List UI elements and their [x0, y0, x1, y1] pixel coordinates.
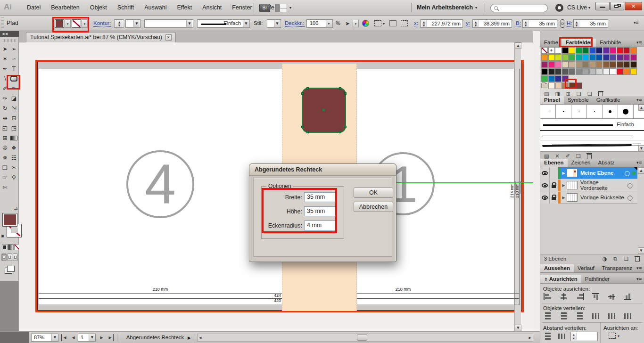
ok-button[interactable]: OK	[354, 188, 393, 198]
swatch[interactable]	[589, 47, 596, 54]
clipping-mask-icon[interactable]: ◑	[603, 256, 607, 262]
draw-normal-button[interactable]	[1, 253, 7, 261]
tab-verlauf[interactable]: Verlauf	[574, 264, 598, 272]
select-similar-dropdown2-icon[interactable]: ▾	[383, 22, 385, 26]
pen-tool[interactable]: ✒	[0, 64, 9, 74]
swatch[interactable]	[630, 47, 637, 54]
swatch[interactable]	[555, 54, 561, 61]
swatch[interactable]	[582, 54, 589, 61]
swatch[interactable]: ⌖	[548, 47, 555, 54]
menu-auswahl[interactable]: Auswahl	[139, 0, 172, 15]
layer-name[interactable]: Vorlage Vorderseite	[580, 180, 627, 191]
perspective-grid-tool[interactable]: ◳	[9, 123, 18, 133]
appearance-panel-menu-icon[interactable]: ▾≡	[636, 264, 644, 272]
width-link[interactable]: B:	[516, 20, 521, 27]
tab-transparenz[interactable]: Transparenz	[598, 264, 636, 272]
layers-scroll-down-icon[interactable]: ▼	[638, 247, 644, 254]
gradient-button[interactable]	[8, 244, 14, 250]
brush-cell[interactable]	[571, 105, 587, 118]
swatch[interactable]	[576, 47, 582, 54]
swatch[interactable]	[555, 47, 561, 54]
constrain-proportions-icon[interactable]	[560, 19, 564, 27]
brush-scroll-down-icon[interactable]: ▼	[638, 145, 644, 151]
align-icon-2[interactable]	[559, 293, 569, 300]
tab-grafikstile[interactable]: Grafikstile	[593, 96, 624, 104]
tab-close-icon[interactable]: ✕	[165, 34, 172, 41]
swatch[interactable]	[589, 68, 596, 75]
opacity-link[interactable]: Deckkr.:	[285, 20, 305, 27]
distribute-icon-4[interactable]	[591, 312, 601, 319]
expand-triangle-icon[interactable]: ▶	[561, 196, 567, 200]
last-page-button[interactable]: ▶	[107, 334, 114, 341]
dialog-title[interactable]: Abgerundetes Rechteck	[249, 164, 396, 176]
color-group-folder-icon[interactable]	[541, 83, 547, 88]
tab-farbfelder[interactable]: Farbfelder	[562, 39, 596, 47]
align-icon-6[interactable]	[623, 293, 633, 300]
cs-live-icon[interactable]	[555, 4, 563, 12]
swatches-panel-menu-icon[interactable]: ▾≡	[636, 39, 644, 47]
align-icon-3[interactable]	[575, 293, 585, 300]
swatch[interactable]	[569, 68, 575, 75]
free-transform-tool[interactable]: ⊡	[9, 113, 18, 123]
stroke-weight-select[interactable]: ▼	[125, 19, 140, 28]
expand-triangle-icon[interactable]: ▶	[561, 171, 567, 175]
bridge-button[interactable]: Br	[259, 4, 270, 12]
swatch[interactable]	[603, 47, 610, 54]
lock-cell[interactable]	[550, 180, 558, 191]
align-bounds-icon[interactable]	[389, 20, 396, 26]
align-panel-menu-icon[interactable]: ▾≡	[636, 275, 644, 283]
select-similar-objects-icon[interactable]	[374, 20, 381, 26]
swatch[interactable]	[617, 47, 623, 54]
swatch[interactable]	[623, 61, 630, 68]
next-page-button[interactable]: ▶	[98, 334, 105, 341]
swatch[interactable]	[596, 54, 603, 61]
swatch[interactable]	[569, 54, 575, 61]
pencil-tool[interactable]: ✏	[9, 83, 18, 93]
stroke-weight-stepper[interactable]: ▲▼	[114, 19, 124, 28]
horizontal-scrollbar[interactable]: ◀ ▶	[197, 334, 533, 342]
collapse-panel-icon[interactable]: ◀◀	[0, 31, 19, 37]
new-layer-icon[interactable]: ❏	[624, 256, 628, 262]
x-coordinate-link[interactable]: x:	[414, 20, 418, 27]
distribute-icon-3[interactable]	[575, 312, 585, 319]
status-flyout-icon[interactable]: ▶	[188, 335, 191, 340]
new-brush-icon[interactable]: ❏	[576, 153, 581, 159]
y-coordinate-link[interactable]: y:	[466, 20, 470, 27]
visibility-cell[interactable]	[540, 167, 550, 179]
swatch[interactable]	[596, 68, 603, 75]
brushes-panel-menu-icon[interactable]: ▾≡	[636, 96, 644, 104]
first-page-button[interactable]: ◀	[61, 334, 68, 341]
arrange-documents-dropdown-icon[interactable]: ▾	[289, 6, 291, 10]
target-circle-icon[interactable]: ◯	[625, 171, 630, 176]
arrange-documents-icon[interactable]	[275, 4, 287, 12]
swatch[interactable]	[623, 47, 630, 54]
type-tool[interactable]: T	[9, 64, 18, 74]
tab-absatz[interactable]: Absatz	[594, 159, 618, 167]
swatch[interactable]	[603, 68, 610, 75]
height-link[interactable]: H:	[567, 20, 572, 27]
align-icon-4[interactable]	[591, 293, 601, 300]
align-icon-1[interactable]	[543, 293, 553, 300]
select-similar-dropdown-icon[interactable]: ▾	[353, 20, 359, 27]
tab-farbhilfe[interactable]: Farbhilfe	[596, 39, 625, 47]
swatch[interactable]	[562, 61, 569, 68]
y-coordinate-input[interactable]: ▲▼38,399 mm	[472, 19, 512, 28]
brush-scroll-up-icon[interactable]: ▲	[638, 105, 644, 111]
scale-tool[interactable]: ⇲	[9, 103, 18, 113]
panel-grip[interactable]	[1, 17, 4, 29]
hscrollbar-thumb[interactable]	[357, 335, 367, 341]
brush-cell[interactable]	[618, 105, 634, 118]
scroll-down-icon[interactable]: ▼	[515, 325, 521, 331]
layer-thumbnail[interactable]	[567, 169, 578, 177]
swatch[interactable]	[569, 82, 576, 89]
blend-tool[interactable]: ❖	[9, 143, 18, 153]
zoom-tool[interactable]: ⚲	[9, 172, 18, 182]
swatch[interactable]	[576, 61, 582, 68]
close-button[interactable]: ✕	[625, 2, 642, 10]
swatch[interactable]	[589, 61, 596, 68]
spacing-icon-1[interactable]	[543, 333, 553, 340]
artboard-tool[interactable]: ❏	[0, 163, 9, 172]
swatch[interactable]	[541, 47, 548, 54]
menu-schrift[interactable]: Schrift	[112, 0, 139, 15]
menu-bearbeiten[interactable]: Bearbeiten	[46, 0, 84, 15]
